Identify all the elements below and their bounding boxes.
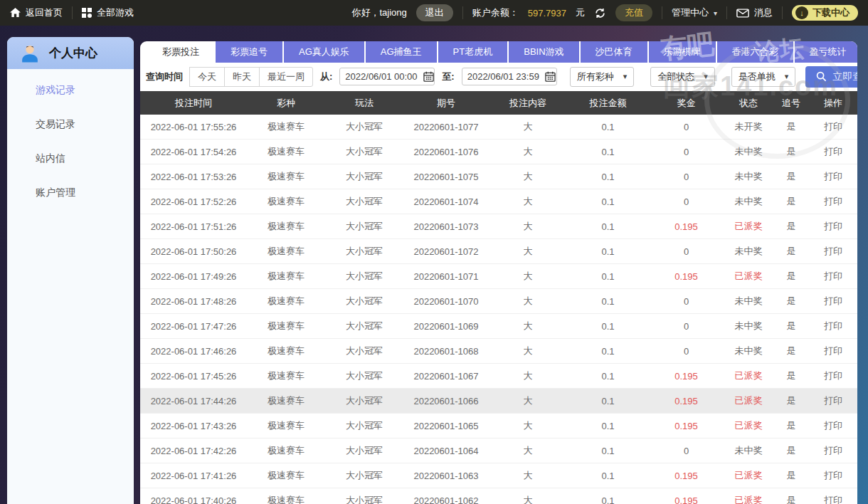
- print-link[interactable]: 打印: [809, 320, 857, 332]
- cell-prize: 0.195: [649, 396, 724, 406]
- calendar-icon[interactable]: [423, 71, 434, 82]
- cell-prize: 0: [649, 122, 724, 132]
- cell-chase: 是: [773, 369, 809, 382]
- tab[interactable]: AG真人娱乐: [284, 41, 364, 63]
- cell-prize: 0: [649, 321, 724, 332]
- cell-lottery: 极速赛车: [247, 419, 325, 432]
- cell-prize: 0: [649, 246, 724, 257]
- tab[interactable]: 盈亏统计: [795, 41, 857, 63]
- refresh-icon[interactable]: [594, 7, 606, 19]
- print-link[interactable]: 打印: [809, 494, 857, 504]
- print-link[interactable]: 打印: [809, 419, 857, 432]
- cell-bet-time: 2022-06-01 17:46:26: [140, 346, 247, 357]
- cell-content: 大: [489, 444, 567, 457]
- tab[interactable]: PT老虎机: [438, 41, 508, 63]
- print-link[interactable]: 打印: [809, 444, 857, 457]
- cell-issue: 20220601-1064: [403, 446, 489, 456]
- cell-content: 大: [489, 245, 567, 258]
- filter-bar: 查询时间 今天 昨天 最近一周 从: 2022/06/01 00:00 至: 2…: [140, 63, 857, 91]
- print-link[interactable]: 打印: [809, 469, 857, 482]
- tab[interactable]: BBIN游戏: [509, 41, 578, 63]
- filter-select[interactable]: 所有彩种 ▾: [570, 67, 635, 87]
- calendar-icon[interactable]: [545, 71, 556, 82]
- cell-lottery: 极速赛车: [247, 295, 325, 308]
- bet-records-table: 投注时间 彩种 玩法 期号 投注内容 投注金额 奖金 状态 追号: [140, 91, 857, 504]
- greeting-text: 你好，tajiong: [351, 6, 406, 19]
- table-row: 2022-06-01 17:51:26 极速赛车 大小冠军 20220601-1…: [140, 214, 857, 239]
- query-time-label: 查询时间: [146, 70, 183, 83]
- print-link[interactable]: 打印: [809, 170, 857, 183]
- sidebar-menu-item[interactable]: 账户管理: [7, 175, 134, 209]
- cell-issue: 20220601-1075: [403, 172, 489, 182]
- cell-prize: 0: [649, 172, 724, 182]
- chevron-down-icon: ▾: [704, 72, 708, 81]
- quick-date-button[interactable]: 今天: [189, 67, 225, 87]
- filter-selects: 所有彩种 ▾ 全部状态 ▾ 是否单挑 ▾: [570, 67, 796, 87]
- cell-amount: 0.1: [567, 421, 649, 431]
- cell-chase: 是: [773, 394, 809, 407]
- quick-date-button[interactable]: 昨天: [224, 67, 260, 87]
- filter-select[interactable]: 是否单挑 ▾: [731, 67, 796, 87]
- messages-link[interactable]: 消息: [736, 6, 773, 19]
- cell-play: 大小冠军: [325, 494, 403, 504]
- cell-content: 大: [489, 369, 567, 382]
- print-link[interactable]: 打印: [809, 295, 857, 308]
- tab[interactable]: 彩票投注: [147, 41, 214, 63]
- divider: [662, 6, 662, 19]
- print-link[interactable]: 打印: [809, 145, 857, 158]
- sidebar-menu-item[interactable]: 游戏记录: [7, 73, 134, 107]
- print-link[interactable]: 打印: [809, 345, 857, 357]
- sidebar-title: 个人中心: [49, 45, 97, 61]
- cell-bet-time: 2022-06-01 17:40:26: [140, 495, 247, 504]
- print-link[interactable]: 打印: [809, 120, 857, 133]
- cell-issue: 20220601-1065: [403, 421, 489, 431]
- cell-chase: 是: [773, 270, 809, 283]
- cell-chase: 是: [773, 170, 809, 183]
- divider: [462, 6, 463, 19]
- date-from-input[interactable]: 2022/06/01 00:00: [339, 68, 435, 85]
- cell-content: 大: [489, 220, 567, 233]
- print-link[interactable]: 打印: [809, 394, 857, 407]
- cell-prize: 0: [649, 147, 724, 157]
- cell-status: 已派奖: [724, 369, 773, 382]
- tab[interactable]: 香港六合彩: [717, 41, 793, 63]
- cell-lottery: 极速赛车: [247, 494, 325, 504]
- messages-label: 消息: [754, 6, 773, 19]
- home-link[interactable]: 返回首页: [10, 6, 63, 19]
- sidebar-menu-item[interactable]: 站内信: [7, 141, 134, 175]
- recharge-button[interactable]: 充值: [615, 4, 652, 21]
- cell-bet-time: 2022-06-01 17:42:26: [140, 446, 247, 456]
- tab[interactable]: AG捕鱼王: [366, 41, 437, 63]
- cell-chase: 是: [773, 220, 809, 233]
- cell-play: 大小冠军: [325, 120, 403, 133]
- tab[interactable]: 乐游棋牌: [649, 41, 716, 63]
- cell-issue: 20220601-1072: [403, 246, 489, 257]
- sidebar-menu: 游戏记录 交易记录 站内信 账户管理: [7, 69, 134, 209]
- admin-center-menu[interactable]: 管理中心 ▾: [672, 6, 717, 19]
- filter-select[interactable]: 全部状态 ▾: [650, 67, 715, 87]
- print-link[interactable]: 打印: [809, 270, 857, 283]
- sidebar-menu-item[interactable]: 交易记录: [7, 107, 134, 141]
- download-center-button[interactable]: ↓ 下载中心: [792, 5, 858, 21]
- table-header-row: 投注时间 彩种 玩法 期号 投注内容 投注金额 奖金 状态 追号: [140, 91, 857, 115]
- cell-play: 大小冠军: [325, 394, 403, 407]
- quick-date-button[interactable]: 最近一周: [259, 67, 313, 87]
- cell-status: 未开奖: [724, 120, 773, 133]
- chevron-down-icon: ▾: [714, 9, 717, 17]
- cell-play: 大小冠军: [325, 469, 403, 482]
- date-to-input[interactable]: 2022/06/01 23:59: [462, 68, 557, 85]
- search-button[interactable]: 立即查询: [805, 66, 857, 88]
- cell-bet-time: 2022-06-01 17:48:26: [140, 296, 247, 307]
- cell-chase: 是: [773, 320, 809, 332]
- print-link[interactable]: 打印: [809, 245, 857, 258]
- cell-issue: 20220601-1074: [403, 196, 489, 207]
- cell-amount: 0.1: [567, 371, 649, 382]
- print-link[interactable]: 打印: [809, 369, 857, 382]
- tab[interactable]: 沙巴体育: [581, 41, 647, 63]
- tab[interactable]: 彩票追号: [216, 41, 282, 63]
- logout-button[interactable]: 退出: [416, 4, 453, 21]
- cell-bet-time: 2022-06-01 17:50:26: [140, 246, 247, 257]
- print-link[interactable]: 打印: [809, 195, 857, 208]
- all-games-link[interactable]: 全部游戏: [82, 6, 134, 19]
- print-link[interactable]: 打印: [809, 220, 857, 233]
